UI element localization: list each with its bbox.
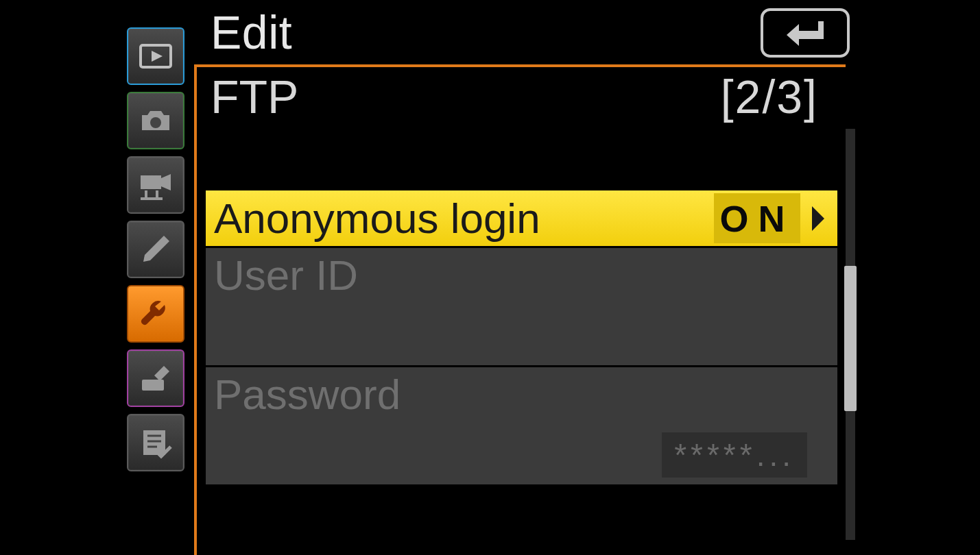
svg-marker-8 [143, 236, 169, 262]
scrollbar-thumb[interactable] [844, 266, 857, 411]
video-camera-icon [136, 166, 175, 204]
playback-icon [136, 37, 175, 75]
tab-photo-shooting[interactable] [127, 92, 184, 149]
anonymous-login-value-box: ON [714, 193, 800, 243]
back-arrow-icon [781, 16, 829, 50]
row-password: Password *****... [206, 367, 837, 486]
svg-rect-11 [143, 430, 165, 455]
tab-video-shooting[interactable] [127, 156, 184, 214]
sidebar [127, 27, 184, 471]
camera-icon [136, 101, 175, 140]
camera-menu-screen: Edit FTP [2/3] Anonymous login ON User I… [0, 0, 980, 555]
pencil-icon [136, 230, 175, 269]
svg-rect-3 [141, 175, 161, 189]
row-label: Anonymous login [206, 194, 540, 243]
tab-setup[interactable] [127, 285, 184, 343]
row-label: User ID [206, 248, 358, 299]
retouch-icon [136, 359, 175, 397]
svg-point-2 [150, 117, 161, 128]
section-title: FTP [211, 70, 298, 123]
svg-marker-1 [152, 51, 163, 62]
tab-retouch[interactable] [127, 349, 184, 407]
back-button[interactable] [761, 8, 850, 58]
list-check-icon [136, 423, 175, 462]
row-label: Password [206, 367, 401, 419]
wrench-icon [136, 295, 175, 333]
svg-marker-10 [154, 366, 169, 381]
menu-rows: Anonymous login ON User ID Password ****… [206, 190, 837, 486]
svg-rect-9 [142, 380, 164, 391]
svg-marker-4 [161, 174, 171, 190]
chevron-right-icon [804, 190, 832, 246]
tab-custom-settings[interactable] [127, 221, 184, 278]
row-user-id: User ID [206, 248, 837, 367]
tab-playback[interactable] [127, 27, 184, 85]
tab-my-menu[interactable] [127, 414, 184, 471]
row-anonymous-login[interactable]: Anonymous login ON [206, 190, 837, 248]
anonymous-login-value: ON [720, 197, 795, 240]
svg-marker-15 [812, 206, 824, 231]
password-value: *****... [662, 432, 807, 478]
page-indicator: [2/3] [721, 70, 818, 123]
page-title: Edit [211, 5, 292, 59]
